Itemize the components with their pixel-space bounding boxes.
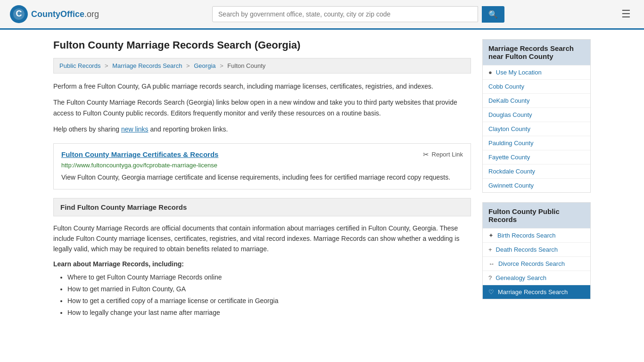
breadcrumb-sep3: > <box>220 62 223 69</box>
record-title[interactable]: Fulton County Marriage Certificates & Re… <box>61 150 218 158</box>
breadcrumb-georgia[interactable]: Georgia <box>194 62 215 69</box>
public-records-link[interactable]: Birth Records Search <box>497 232 556 239</box>
sidebar: Marriage Records Search near Fulton Coun… <box>482 39 591 319</box>
nearby-county-link[interactable]: Douglas County <box>488 111 532 118</box>
breadcrumb-marriage-records[interactable]: Marriage Records Search <box>112 62 182 69</box>
menu-button[interactable]: ☰ <box>618 6 635 22</box>
use-location-label: Use My Location <box>496 69 542 76</box>
nearby-section: Marriage Records Search near Fulton Coun… <box>482 39 591 193</box>
header: C CountyOffice.org 🔍 ☰ <box>0 0 644 30</box>
desc3-pre: Help others by sharing <box>53 125 121 133</box>
breadcrumb-public-records[interactable]: Public Records <box>59 62 100 69</box>
nearby-county-link[interactable]: Cobb County <box>488 83 524 90</box>
nearby-county-item[interactable]: Douglas County <box>483 107 590 122</box>
search-button[interactable]: 🔍 <box>482 6 504 23</box>
public-records-item[interactable]: ↔Divorce Records Search <box>483 256 590 271</box>
public-records-link[interactable]: Marriage Records Search <box>498 288 568 296</box>
content: Fulton County Marriage Records Search (G… <box>53 39 471 319</box>
breadcrumb-sep1: > <box>105 62 108 69</box>
pub-record-icon: ? <box>488 274 492 281</box>
nearby-county-link[interactable]: Rockdale County <box>488 168 535 175</box>
report-link-text: Report Link <box>432 151 463 158</box>
public-records-link[interactable]: Death Records Search <box>496 246 558 253</box>
nearby-county-link[interactable]: Clayton County <box>488 125 530 132</box>
nearby-county-link[interactable]: Gwinnett County <box>488 182 534 189</box>
public-records-item[interactable]: +Death Records Search <box>483 242 590 256</box>
public-records-section: Fulton County Public Records ✦Birth Reco… <box>482 202 591 299</box>
record-url[interactable]: http://www.fultoncountyga.gov/fcprobate-… <box>61 162 463 169</box>
nearby-county-item[interactable]: Paulding County <box>483 136 590 150</box>
learn-list: Where to get Fulton County Marriage Reco… <box>53 272 471 319</box>
pub-record-icon: ♡ <box>488 288 494 296</box>
breadcrumb: Public Records > Marriage Records Search… <box>53 58 471 74</box>
record-desc: View Fulton County, Georgia marriage cer… <box>61 173 463 182</box>
learn-list-item: Where to get Fulton County Marriage Reco… <box>67 272 471 283</box>
logo-text: CountyOffice.org <box>31 9 99 19</box>
learn-list-item: How to get married in Fulton County, GA <box>67 283 471 295</box>
pub-record-icon: ✦ <box>488 232 494 239</box>
public-records-item[interactable]: ?Genealogy Search <box>483 271 590 285</box>
search-icon: 🔍 <box>488 10 498 18</box>
search-input[interactable] <box>212 6 478 22</box>
scissors-icon: ✂ <box>423 150 429 159</box>
svg-text:C: C <box>16 9 22 18</box>
location-icon: ● <box>488 69 492 76</box>
learn-list-item: How to get a certified copy of a marriag… <box>67 295 471 307</box>
public-records-link[interactable]: Divorce Records Search <box>498 260 565 267</box>
public-records-item[interactable]: ♡Marriage Records Search <box>483 285 590 299</box>
pub-record-icon: ↔ <box>488 260 495 267</box>
learn-list-item: How to legally change your last name aft… <box>67 307 471 319</box>
nearby-county-link[interactable]: Fayette County <box>488 154 530 161</box>
record-card-header: Fulton County Marriage Certificates & Re… <box>61 150 463 159</box>
nearby-county-item[interactable]: Cobb County <box>483 79 590 93</box>
hamburger-icon: ☰ <box>621 8 631 20</box>
report-link[interactable]: ✂ Report Link <box>423 150 463 159</box>
nearby-county-item[interactable]: Fayette County <box>483 150 590 164</box>
nearby-county-link[interactable]: Paulding County <box>488 140 533 147</box>
pub-record-icon: + <box>488 246 492 253</box>
new-links[interactable]: new links <box>121 125 149 133</box>
public-records-header: Fulton County Public Records <box>483 203 590 228</box>
page-title: Fulton County Marriage Records Search (G… <box>53 39 471 51</box>
use-my-location[interactable]: ● Use My Location <box>483 65 590 79</box>
info-text: Fulton County Marriage Records are offic… <box>53 223 471 255</box>
desc3-post: and reporting broken links. <box>149 125 228 133</box>
breadcrumb-current: Fulton County <box>227 62 265 69</box>
nearby-county-item[interactable]: Clayton County <box>483 122 590 136</box>
description3: Help others by sharing new links and rep… <box>53 124 471 134</box>
main-container: Fulton County Marriage Records Search (G… <box>44 30 600 328</box>
breadcrumb-sep2: > <box>186 62 190 69</box>
description1: Perform a free Fulton County, GA public … <box>53 81 471 91</box>
record-card: Fulton County Marriage Certificates & Re… <box>53 143 471 189</box>
learn-title: Learn about Marriage Records, including: <box>53 260 471 268</box>
find-section: Find Fulton County Marriage Records <box>53 198 471 216</box>
nearby-section-header: Marriage Records Search near Fulton Coun… <box>483 40 590 65</box>
public-records-link[interactable]: Genealogy Search <box>495 274 546 281</box>
logo-icon: C <box>9 5 28 24</box>
nearby-county-link[interactable]: DeKalb County <box>488 97 529 104</box>
search-area: 🔍 <box>212 6 504 23</box>
logo-area: C CountyOffice.org <box>9 5 99 24</box>
nearby-county-item[interactable]: Gwinnett County <box>483 178 590 192</box>
nearby-county-item[interactable]: Rockdale County <box>483 164 590 178</box>
public-records-item[interactable]: ✦Birth Records Search <box>483 228 590 242</box>
description2: The Fulton County Marriage Records Searc… <box>53 97 471 118</box>
nearby-county-item[interactable]: DeKalb County <box>483 93 590 107</box>
